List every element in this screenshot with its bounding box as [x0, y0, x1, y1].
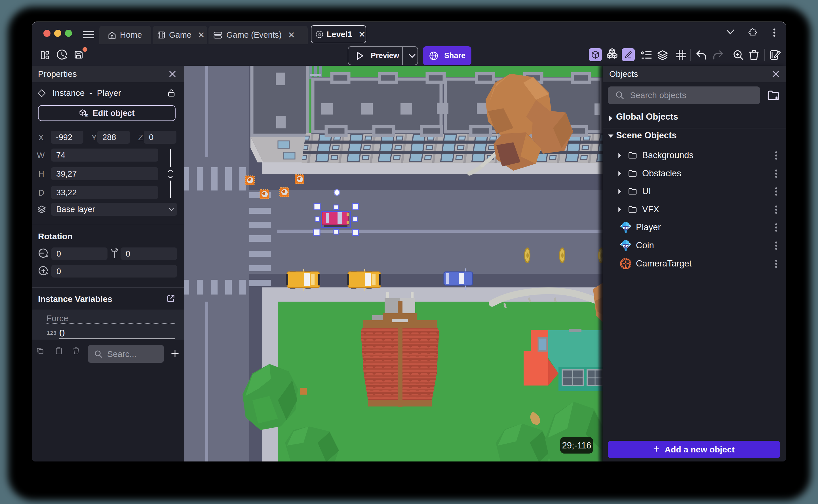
svg-text:29;-116: 29;-116: [562, 441, 591, 450]
svg-text:3D: 3D: [84, 114, 88, 117]
